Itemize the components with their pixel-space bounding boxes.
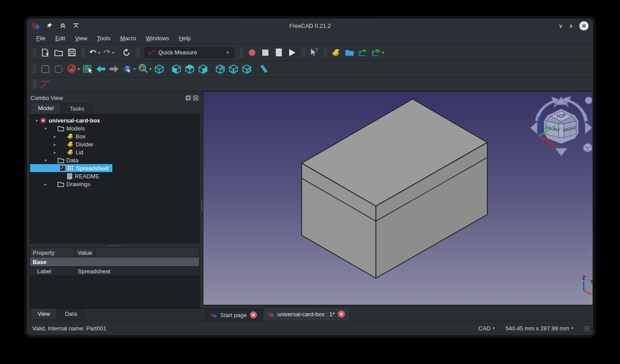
view-axonometric-button[interactable]: [153, 63, 166, 75]
macro-stop-button[interactable]: [259, 46, 272, 59]
save-button[interactable]: [65, 46, 78, 59]
check-icon: ✓: [61, 166, 64, 170]
back-arrow-icon: [96, 65, 106, 73]
tab-start-page[interactable]: F Start page: [206, 309, 262, 321]
view-left-button[interactable]: [240, 63, 253, 75]
view-dimensions-selector[interactable]: 540.45 mm x 287.99 mm ▾: [503, 324, 577, 333]
expander-icon[interactable]: ▸: [52, 142, 58, 147]
keep-above-icon[interactable]: [59, 23, 66, 29]
expander-icon[interactable]: ▸: [42, 182, 49, 187]
tree-item-drawings[interactable]: ▸ Drawings: [30, 180, 94, 188]
dimension-tool-button[interactable]: [38, 78, 52, 90]
view-bottom-button[interactable]: [227, 63, 240, 75]
open-website-button[interactable]: [343, 46, 356, 59]
clipping-dropdown-arrow[interactable]: ▾: [77, 67, 81, 71]
refresh-button[interactable]: [120, 46, 133, 59]
link-dropdown-arrow[interactable]: ▾: [381, 50, 385, 55]
box-element-selection-button[interactable]: [52, 63, 65, 75]
view-top-button[interactable]: [183, 63, 196, 75]
tab-model[interactable]: Model: [31, 103, 61, 114]
macro-edit-button[interactable]: [272, 46, 285, 59]
redo-dropdown-arrow[interactable]: ▾: [111, 50, 115, 55]
tab-view[interactable]: View: [31, 309, 57, 320]
tab-data[interactable]: Data: [58, 309, 84, 320]
maximize-button[interactable]: ∧: [569, 23, 573, 29]
shade-icon[interactable]: [73, 23, 80, 29]
tree-item-spreadsheet[interactable]: ✓ Spreadsheet: [30, 164, 112, 172]
tree-item-data[interactable]: ▾ Data: [30, 156, 82, 164]
selection-view-button[interactable]: [81, 63, 94, 75]
menu-windows[interactable]: Windows: [142, 34, 173, 43]
whats-this-button[interactable]: ?: [307, 46, 321, 59]
nav-forward-button[interactable]: [107, 63, 121, 75]
value-column-header[interactable]: Value: [75, 248, 95, 257]
property-row-label[interactable]: Label Spreadsheet: [30, 267, 199, 276]
tree-item-readme[interactable]: README: [30, 172, 103, 180]
tree-item-document[interactable]: ▾ universal-card-box: [30, 116, 103, 124]
toolbar-drag-handle[interactable]: [81, 48, 84, 57]
view-right-button[interactable]: [196, 63, 210, 75]
link-actions-button[interactable]: [356, 46, 369, 59]
nav-back-button[interactable]: [94, 63, 107, 75]
link-navigate-dropdown-arrow[interactable]: ▾: [132, 67, 137, 71]
visibility-checkbox[interactable]: ✓: [60, 165, 65, 171]
pin-icon[interactable]: [46, 22, 53, 29]
view-rear-button[interactable]: [214, 63, 227, 75]
macro-play-button[interactable]: [285, 46, 299, 59]
tree-item-lid[interactable]: ▸ Lid: [30, 148, 87, 156]
menu-macro[interactable]: Macro: [116, 34, 140, 43]
close-tab-button[interactable]: [250, 311, 257, 318]
toolbar-drag-handle[interactable]: [32, 48, 36, 57]
tab-tasks[interactable]: Tasks: [62, 103, 92, 114]
measure-button[interactable]: [257, 63, 271, 75]
tree-item-label: Box: [76, 133, 85, 140]
toolbar-drag-handle[interactable]: [323, 48, 327, 57]
close-button[interactable]: [579, 21, 589, 31]
dock-splitter[interactable]: [30, 244, 199, 248]
close-tab-button[interactable]: [338, 310, 345, 318]
fit-dropdown-arrow[interactable]: ▾: [148, 67, 153, 71]
tree-item-models[interactable]: ▾ Models: [30, 124, 88, 132]
tree-item-box[interactable]: ▸ Box: [30, 132, 89, 140]
front-view-cube-icon: [171, 63, 182, 75]
expander-icon[interactable]: ▸: [52, 134, 58, 139]
undo-dropdown-arrow[interactable]: ▾: [97, 50, 101, 55]
expander-icon[interactable]: ▸: [52, 150, 58, 155]
window-resize-grip[interactable]: [584, 326, 589, 331]
toolbar-drag-handle[interactable]: [32, 79, 36, 89]
expander-icon[interactable]: ▾: [42, 158, 49, 163]
toolbar-drag-handle[interactable]: [32, 64, 36, 74]
minimize-button[interactable]: ∨: [559, 23, 563, 29]
titlebar[interactable]: F FreeCAD 0.21.2 ∨ ∧: [27, 19, 593, 33]
tab-universal-card-box[interactable]: F universal-card-box : 1*: [263, 307, 350, 321]
navigation-cube[interactable]: TOP FRONT RIGHT: [528, 94, 593, 160]
workbench-selector[interactable]: Quick Measure ▾: [145, 47, 234, 58]
3d-viewport[interactable]: TOP FRONT RIGHT Z Y X: [203, 91, 593, 305]
expander-icon[interactable]: ▾: [34, 118, 40, 123]
menu-help[interactable]: Help: [175, 34, 195, 43]
expander-icon[interactable]: ▾: [42, 126, 49, 131]
menu-view[interactable]: View: [71, 34, 91, 43]
property-group-base[interactable]: Base: [30, 257, 199, 267]
toolbar-drag-handle[interactable]: [136, 48, 139, 57]
combo-view-header[interactable]: Combo View: [30, 93, 199, 103]
new-document-button[interactable]: [38, 46, 52, 59]
tree-item-divider[interactable]: ▸ Divider: [30, 140, 97, 148]
box-selection-button[interactable]: [38, 63, 52, 75]
toolbar-drag-handle[interactable]: [239, 48, 243, 57]
tree-item-label: README: [75, 173, 100, 180]
navigation-style-selector[interactable]: CAD ▾: [476, 324, 498, 333]
menu-tools[interactable]: Tools: [93, 34, 114, 43]
menu-edit[interactable]: Edit: [51, 34, 69, 43]
float-panel-icon[interactable]: [185, 95, 191, 101]
open-button[interactable]: [52, 46, 65, 59]
property-column-header[interactable]: Property: [30, 248, 75, 257]
toolbar-drag-handle[interactable]: [301, 48, 305, 57]
macro-record-button[interactable]: [245, 46, 259, 59]
property-value[interactable]: Spreadsheet: [75, 268, 113, 275]
close-panel-icon[interactable]: [193, 95, 199, 101]
workbench-icon-button[interactable]: [329, 46, 343, 59]
close-icon: [340, 312, 343, 316]
view-front-button[interactable]: [170, 63, 183, 75]
menu-file[interactable]: File: [32, 34, 50, 43]
